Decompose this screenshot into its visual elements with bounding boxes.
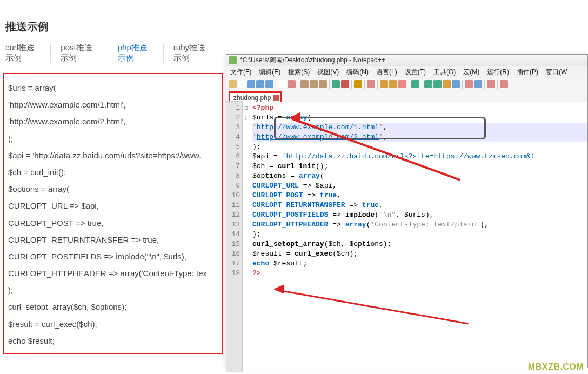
code-content[interactable]: <?php$urls = array( 'http://www.example.… bbox=[250, 102, 587, 372]
menu-item[interactable]: 语言(L) bbox=[372, 68, 401, 77]
codebox-line: $result = curl_exec($ch); bbox=[8, 316, 218, 332]
code-line[interactable]: CURLOPT_POST => true, bbox=[252, 191, 587, 201]
line-number: 4 bbox=[226, 132, 240, 142]
line-number: 15 bbox=[226, 239, 240, 249]
codebox-line: ); bbox=[8, 130, 218, 147]
line-number: 8 bbox=[226, 171, 240, 181]
code-line[interactable]: $ch = curl_init(); bbox=[252, 162, 587, 171]
code-line[interactable]: echo $result; bbox=[252, 259, 587, 269]
line-number: 5 bbox=[226, 142, 240, 152]
codebox-line: CURLOPT_HTTPHEADER => array('Content-Typ… bbox=[8, 265, 218, 282]
line-number: 14 bbox=[226, 230, 240, 239]
php-example-codebox: $urls = array( 'http://www.example.com/1… bbox=[3, 73, 223, 354]
code-line[interactable]: ); bbox=[252, 230, 587, 239]
toolbar-separator bbox=[422, 80, 422, 89]
menubar[interactable]: 文件(F)编辑(E)搜索(S)视图(V)编码(N)语言(L)设置(T)工具(O)… bbox=[226, 66, 587, 78]
toolbar-button[interactable] bbox=[500, 80, 508, 88]
editor-area[interactable]: 123456789101112131415161718 ⊟⌊ <?php$url… bbox=[226, 102, 587, 372]
toolbar-button[interactable] bbox=[465, 80, 473, 88]
toolbar-button[interactable] bbox=[288, 80, 296, 88]
menu-item[interactable]: 搜索(S) bbox=[284, 68, 313, 77]
tabs: curl推送示例post推送示例php推送示例ruby推送示例 bbox=[0, 43, 226, 73]
line-number: 3 bbox=[226, 123, 240, 132]
menu-item[interactable]: 设置(T) bbox=[401, 68, 430, 77]
toolbar-button[interactable] bbox=[398, 80, 406, 88]
codebox-line: curl_setopt_array($ch, $options); bbox=[8, 298, 218, 315]
codebox-line: $api = 'http://data.zz.baidu.com/urls?si… bbox=[8, 147, 218, 164]
codebox-line: $ch = curl_init(); bbox=[8, 164, 218, 181]
code-line[interactable]: CURLOPT_HTTPHEADER => array('Content-Typ… bbox=[252, 220, 587, 230]
code-line[interactable]: ); bbox=[252, 142, 587, 152]
code-line[interactable]: $result = curl_exec($ch); bbox=[252, 249, 587, 259]
toolbar-button[interactable] bbox=[310, 80, 318, 88]
code-line[interactable]: $options = array( bbox=[252, 171, 587, 181]
toolbar-button[interactable] bbox=[265, 80, 273, 88]
line-number: 11 bbox=[226, 201, 240, 210]
toolbar-button[interactable] bbox=[487, 80, 495, 88]
toolbar-button[interactable] bbox=[411, 80, 419, 88]
tab-0[interactable]: curl推送示例 bbox=[5, 43, 51, 63]
notepadpp-window: *C:\Users\阿南\Desktop\zhudong.php - Notep… bbox=[226, 54, 588, 368]
menu-item[interactable]: 宏(M) bbox=[459, 68, 483, 77]
toolbar-button[interactable] bbox=[319, 80, 327, 88]
toolbar-button[interactable] bbox=[380, 80, 388, 88]
toolbar-button[interactable] bbox=[354, 80, 362, 88]
toolbar-button[interactable] bbox=[424, 80, 432, 88]
codebox-line: $urls = array( bbox=[8, 79, 218, 96]
file-tab-label: zhudong.php bbox=[233, 94, 271, 102]
code-line[interactable]: 'http://www.example.com/2.html', bbox=[252, 132, 587, 142]
toolbar-button[interactable] bbox=[367, 80, 375, 88]
toolbar-button[interactable] bbox=[238, 80, 246, 88]
line-number: 1 bbox=[226, 103, 240, 113]
codebox-line: 'http://www.example.com/1.html', bbox=[8, 96, 218, 113]
toolbar-separator bbox=[351, 80, 352, 89]
toolbar-button[interactable] bbox=[389, 80, 397, 88]
notepadpp-icon bbox=[229, 56, 237, 64]
toolbar-button[interactable] bbox=[256, 80, 264, 88]
close-icon[interactable] bbox=[273, 95, 279, 101]
menu-item[interactable]: 插件(P) bbox=[513, 68, 542, 77]
code-line[interactable]: curl_setopt_array($ch, $options); bbox=[252, 239, 587, 249]
toolbar-button[interactable] bbox=[278, 80, 286, 88]
fold-mark[interactable]: ⊟ bbox=[243, 103, 250, 113]
codebox-line: CURLOPT_RETURNTRANSFER => true, bbox=[8, 231, 218, 248]
menu-item[interactable]: 工具(O) bbox=[430, 68, 459, 77]
code-line[interactable]: 'http://www.example.com/1.html', bbox=[252, 123, 587, 132]
menu-item[interactable]: 窗口(W bbox=[542, 68, 571, 77]
toolbar-button[interactable] bbox=[443, 80, 451, 88]
toolbar-separator bbox=[484, 80, 485, 89]
toolbar-separator bbox=[462, 80, 463, 89]
tab-1[interactable]: post推送示例 bbox=[51, 43, 108, 63]
code-line[interactable]: CURLOPT_URL => $api, bbox=[252, 181, 587, 191]
toolbar-button[interactable] bbox=[474, 80, 482, 88]
toolbar-button[interactable] bbox=[332, 80, 340, 88]
toolbar-separator bbox=[276, 80, 276, 89]
code-line[interactable]: ?> bbox=[252, 269, 587, 278]
toolbar-button[interactable] bbox=[247, 80, 255, 88]
code-line[interactable]: <?php bbox=[252, 103, 587, 113]
toolbar-button[interactable] bbox=[341, 80, 349, 88]
code-line[interactable]: CURLOPT_RETURNTRANSFER => true, bbox=[252, 201, 587, 210]
toolbar-button[interactable] bbox=[452, 80, 460, 88]
code-line[interactable]: $api = 'http://data.zz.baidu.com/urls?si… bbox=[252, 152, 587, 162]
tab-3[interactable]: ruby推送示例 bbox=[164, 43, 220, 63]
line-number: 7 bbox=[226, 162, 240, 171]
menu-item[interactable]: 运行(R) bbox=[483, 68, 513, 77]
fold-gutter[interactable]: ⊟⌊ bbox=[243, 102, 250, 372]
code-line[interactable]: $urls = array( bbox=[252, 113, 587, 123]
tab-2[interactable]: php推送示例 bbox=[108, 43, 164, 63]
toolbar[interactable] bbox=[226, 78, 587, 90]
menu-item[interactable]: 视图(V) bbox=[313, 68, 343, 77]
file-tab-zhudong[interactable]: zhudong.php bbox=[229, 91, 282, 102]
toolbar-button[interactable] bbox=[300, 80, 309, 88]
line-number: 9 bbox=[226, 181, 240, 191]
menu-item[interactable]: 编码(N) bbox=[343, 68, 372, 77]
code-line[interactable]: CURLOPT_POSTFIELDS => implode("\n", $url… bbox=[252, 210, 587, 220]
toolbar-button[interactable] bbox=[433, 80, 442, 88]
menu-item[interactable]: 编辑(E) bbox=[255, 68, 284, 77]
toolbar-separator bbox=[409, 80, 409, 89]
toolbar-button[interactable] bbox=[229, 80, 237, 88]
fold-mark[interactable]: ⌊ bbox=[243, 113, 250, 123]
page-title: 推送示例 bbox=[0, 0, 226, 43]
menu-item[interactable]: 文件(F) bbox=[226, 68, 255, 77]
